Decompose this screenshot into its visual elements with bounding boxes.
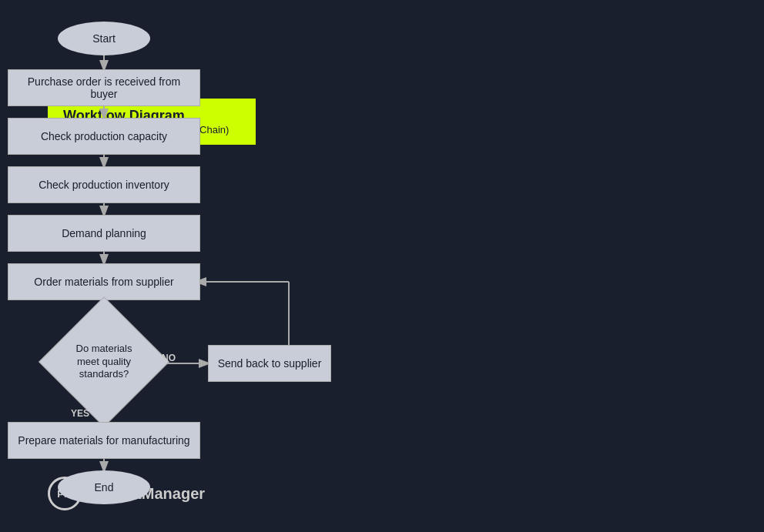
step7-node: Prepare materials for manufacturing <box>8 422 200 459</box>
step5-node: Order materials from supplier <box>8 263 200 300</box>
send-back-node: Send back to supplier <box>208 345 331 382</box>
start-node: Start <box>58 22 150 55</box>
no-label: NO <box>162 353 176 363</box>
step4-node: Demand planning <box>8 215 200 252</box>
end-node: End <box>58 470 150 504</box>
yes-label: YES <box>71 408 89 419</box>
step3-node: Check production inventory <box>8 166 200 203</box>
flowchart: Start Purchase order is received from bu… <box>0 0 416 532</box>
diamond-node: Do materials meet quality standards? <box>58 316 150 408</box>
step1-node: Purchase order is received from buyer <box>8 69 200 106</box>
diamond-label: Do materials meet quality standards? <box>65 343 142 382</box>
step2-node: Check production capacity <box>8 118 200 155</box>
